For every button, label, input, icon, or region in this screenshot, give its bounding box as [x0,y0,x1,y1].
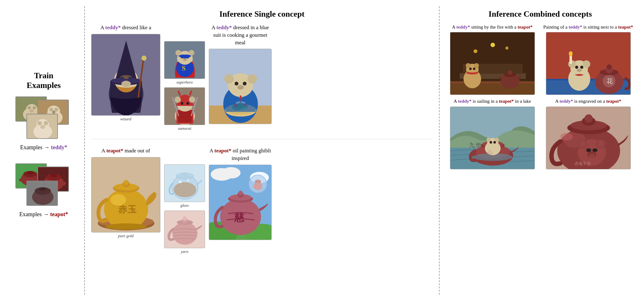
svg-point-52 [183,58,187,61]
svg-point-10 [54,108,58,112]
ghibli-image: 慈 [209,165,272,240]
wizard-image [91,34,160,116]
svg-point-9 [49,108,53,112]
svg-point-181 [493,141,496,144]
train-title: TrainExamples [27,71,61,90]
svg-point-38 [128,77,131,80]
teddy-right: A teddy* dressed in a blue suit is cooki… [209,24,272,124]
svg-point-193 [580,141,586,147]
yarn-caption: yarn [181,249,188,254]
svg-point-196 [592,148,597,152]
teapot-image-3 [26,181,58,206]
svg-point-74 [235,82,238,85]
ghibli-caption-text: A teapot* oil painting ghibli inspired [209,147,272,162]
svg-point-160 [607,64,612,69]
svg-point-198 [589,153,595,158]
single-section: Inference Single concept A teddy* dresse… [85,6,440,295]
svg-text:赤兔子壶: 赤兔子壶 [575,161,591,166]
svg-point-124 [255,180,258,183]
cooking-caption-text: A teddy* dressed in a blue suit is cooki… [209,24,272,46]
teddy-image-stack [15,96,72,140]
teapot-image-stack [15,163,72,207]
engraved-item: A teddy* is engraved on a teapot* [542,98,635,169]
goldteapot-image: 赤 玉 [91,157,160,233]
yarn-image [164,211,205,248]
engraved-caption: A teddy* is engraved on a teapot* [555,98,621,104]
svg-point-144 [474,49,477,53]
sailing-caption: A teddy* is sailing in a teapot* in a la… [453,98,531,104]
row-divider [91,139,433,139]
teddy-image-3 [26,114,58,139]
svg-text:心: 心 [487,150,492,155]
svg-point-101 [179,181,181,183]
svg-point-63 [181,102,183,105]
svg-point-37 [121,77,124,80]
svg-rect-56 [178,111,192,123]
svg-point-99 [181,172,189,177]
teddy-label: Examples → teddy* [20,144,67,151]
teapot-keyword: teapot* [50,211,68,217]
main-container: TrainExamples [0,0,644,301]
teapot-left: A teapot* made out of [91,147,160,238]
fire-item: A teddy* sitting by the fire with a teap… [446,24,539,95]
svg-point-41 [142,56,147,61]
svg-point-5 [30,109,34,112]
svg-text:慈: 慈 [234,212,245,223]
teddy-keyword: teddy* [51,144,67,150]
svg-point-195 [586,148,591,152]
wizard-caption: wizard [120,117,131,122]
svg-point-102 [187,179,189,181]
svg-point-17 [40,125,45,129]
svg-point-165 [569,51,573,56]
samurai-wrap: samurai [164,87,205,131]
samurai-caption: samurai [178,126,192,131]
svg-point-104 [172,222,197,245]
fire-image [450,32,535,95]
svg-point-64 [186,102,189,105]
svg-point-154 [575,66,578,69]
painting-caption: Painting of a teddy* is sitting next to … [543,24,633,30]
svg-point-48 [175,50,181,56]
svg-point-25 [50,174,57,178]
svg-point-146 [491,43,495,47]
engraved-image: 赤兔子壶 [546,107,631,169]
svg-point-49 [189,50,194,56]
combined-grid: A teddy* sitting by the fire with a teap… [446,24,635,179]
svg-point-62 [189,96,195,103]
svg-point-194 [598,141,604,147]
svg-rect-58 [176,103,193,106]
svg-text:花: 花 [607,78,613,85]
train-section: TrainExamples [3,6,85,295]
superhero-image: S [164,41,205,79]
teapot-right: A teapot* oil painting ghibli inspired [209,147,272,240]
svg-point-199 [560,133,573,140]
glass-wrap: glass [164,164,205,208]
yarn-wrap: yarn [164,211,205,254]
svg-text:S: S [182,64,186,72]
svg-point-100 [174,182,196,197]
superhero-caption: superhero [176,80,193,85]
teapot-made-caption: A teapot* made out of [102,147,150,155]
svg-point-156 [577,69,582,72]
superhero-wrap: S [164,41,205,85]
svg-point-92 [124,180,129,185]
teddy-left: A teddy* dressed like a [91,24,160,122]
combined-section-title: Inference Combined concepts [446,9,635,19]
single-section-title: Inference Single concept [91,9,433,19]
goldteapot-caption: pure gold [118,233,134,238]
svg-point-2 [26,104,37,114]
painting-image: 花 [546,32,631,95]
teapot-label: Examples → teapot* [19,211,68,218]
train-group-teddy: Examples → teddy* [8,96,80,151]
svg-point-180 [490,141,492,144]
svg-text:赤: 赤 [118,205,127,214]
combined-section: Inference Combined concepts A teddy* sit… [440,6,641,295]
teddy-concept-row: A teddy* dressed like a [91,24,433,131]
sailing-image: 九 华 山 [450,107,535,169]
svg-point-110 [222,167,241,178]
glass-image [164,164,205,202]
svg-point-153 [583,60,590,68]
fire-caption: A teddy* sitting by the fire with a teap… [452,24,533,30]
svg-text:九: 九 [469,142,475,148]
svg-point-155 [580,66,583,69]
